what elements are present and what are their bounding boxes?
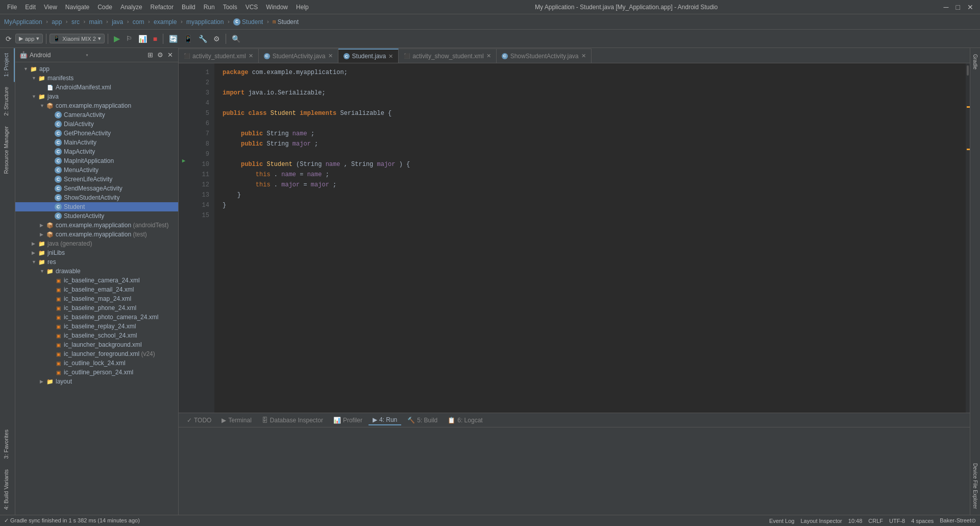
debug-button[interactable]: ⚐ [124,33,135,44]
bottom-tab-terminal[interactable]: ▶ Terminal [217,416,255,425]
tab-structure[interactable]: 2: Structure [0,82,15,121]
tree-item-drawable-launcherbg[interactable]: ▣ ic_launcher_background.xml [15,340,178,349]
tab-build-variants[interactable]: 4: Build Variants [0,464,15,515]
settings-button[interactable]: ⚙ [211,33,223,44]
tree-item-drawable-camera[interactable]: ▣ ic_baseline_camera_24.xml [15,276,178,285]
tree-item-getphoneactivity[interactable]: C GetPhoneActivity [15,129,178,138]
tree-item-drawable-replay[interactable]: ▣ ic_baseline_replay_24.xml [15,322,178,331]
tree-item-cameraactivity[interactable]: C CameraActivity [15,110,178,119]
tab-activity-show-student-xml[interactable]: ⬛ activity_show_student.xml ✕ [399,49,496,63]
charset-display[interactable]: UTF-8 [889,518,905,524]
event-log-button[interactable]: Event Log [769,518,795,524]
tab-close-2[interactable]: ✕ [328,53,333,59]
close-panel-btn[interactable]: ✕ [166,50,174,60]
tab-resource-manager[interactable]: Resource Manager [0,121,15,179]
bottom-tab-todo[interactable]: ✓ TODO [183,416,215,425]
hide-panel-btn[interactable]: ⊞ [146,50,154,60]
breadcrumb-myapplication2[interactable]: myapplication [186,18,224,26]
code-content[interactable]: package com.example.myapplication; impor… [214,63,966,413]
tree-item-dialactivity[interactable]: C DialActivity [15,119,178,129]
menu-analyze[interactable]: Analyze [117,3,145,12]
profile-button[interactable]: 📊 [136,33,150,44]
tree-item-showstudentactivity[interactable]: C ShowStudentActivity [15,193,178,202]
sync-project-button[interactable]: 🔄 [166,33,180,44]
bottom-tab-build[interactable]: 🔨 5: Build [403,416,442,425]
close-button[interactable]: ✕ [965,2,976,13]
tree-item-mapinitapplication[interactable]: C MapInitApplication [15,156,178,165]
breadcrumb-student-method[interactable]: Student [278,18,299,26]
breadcrumb-main[interactable]: main [89,18,103,26]
gutter-10[interactable]: ▶ [179,155,189,165]
tab-activity-student-xml[interactable]: ⬛ activity_student.xml ✕ [179,49,259,63]
menu-vcs[interactable]: VCS [242,3,261,12]
tree-item-package-main[interactable]: ▼ 📦 com.example.myapplication [15,101,178,110]
menu-navigate[interactable]: Navigate [62,3,92,12]
tree-item-manifests[interactable]: ▼ 📁 manifests [15,74,178,83]
tree-item-res[interactable]: ▼ 📁 res [15,257,178,267]
bottom-tab-database[interactable]: 🗄 Database Inspector [258,416,327,425]
tree-item-package-test[interactable]: ▶ 📦 com.example.myapplication (test) [15,230,178,239]
tree-item-java-generated[interactable]: ▶ 📁 java (generated) [15,239,178,248]
breadcrumb-com[interactable]: com [133,18,144,26]
menu-code[interactable]: Code [94,3,115,12]
tree-item-drawable-email[interactable]: ▣ ic_baseline_email_24.xml [15,285,178,294]
tree-item-mapactivity[interactable]: C MapActivity [15,147,178,156]
sdk-manager-button[interactable]: 🔧 [196,33,210,44]
tab-close-1[interactable]: ✕ [249,53,253,59]
menu-help[interactable]: Help [293,3,312,12]
minimize-button[interactable]: ─ [941,2,951,13]
git-branch-display[interactable]: Baker-Street⊙ [940,517,976,524]
tree-item-drawable-lock[interactable]: ▣ ic_outline_lock_24.xml [15,358,178,368]
breadcrumb-src[interactable]: src [71,18,80,26]
tree-item-drawable-phone[interactable]: ▣ ic_baseline_phone_24.xml [15,303,178,313]
menu-view[interactable]: View [41,3,60,12]
editor-scrollbar[interactable] [966,63,970,413]
tree-item-drawable-photocamera[interactable]: ▣ ic_baseline_photo_camera_24.xml [15,313,178,322]
menu-refactor[interactable]: Refactor [148,3,177,12]
menu-window[interactable]: Window [263,3,291,12]
line-ending-display[interactable]: CRLF [868,518,883,524]
menu-file[interactable]: File [4,3,20,12]
settings-panel-btn[interactable]: ⚙ [156,50,164,60]
tree-item-mainactivity[interactable]: C MainActivity [15,138,178,147]
tab-favorites[interactable]: 3: Favorites [0,424,15,464]
search-everywhere-button[interactable]: 🔍 [229,33,243,44]
tree-item-package-androidtest[interactable]: ▶ 📦 com.example.myapplication (androidTe… [15,221,178,230]
stop-button[interactable]: ■ [151,33,160,44]
layout-inspector-button[interactable]: Layout Inspector [800,518,842,524]
tree-item-layout[interactable]: ▶ 📁 layout [15,377,178,386]
menu-run[interactable]: Run [201,3,218,12]
sync-button[interactable]: ⟳ [3,33,14,44]
tree-item-screenlifeactivity[interactable]: C ScreenLifeActivity [15,175,178,184]
tree-item-sendmessageactivity[interactable]: C SendMessageActivity [15,184,178,193]
tab-studentactivity-java[interactable]: C StudentActivity.java ✕ [259,49,338,63]
run-gutter-icon-10[interactable]: ▶ [182,157,186,164]
tree-item-student[interactable]: C Student [15,202,178,211]
tree-item-jnilibs[interactable]: ▶ 📁 jniLibs [15,248,178,257]
tab-close-3[interactable]: ✕ [388,53,393,60]
right-tab-device-file-explorer[interactable]: Device File Explorer [971,459,979,513]
breadcrumb-app[interactable]: app [52,18,62,26]
right-tab-gradle[interactable]: Gradle [971,50,979,74]
breadcrumb-myapplication[interactable]: MyApplication [4,18,42,26]
tab-project[interactable]: 1: Project [0,48,15,82]
breadcrumb-student-class[interactable]: Student [242,18,263,26]
bottom-tab-logcat[interactable]: 📋 6: Logcat [444,416,486,425]
maximize-button[interactable]: □ [953,2,963,13]
tree-item-drawable-school[interactable]: ▣ ic_baseline_school_24.xml [15,331,178,340]
tab-close-4[interactable]: ✕ [486,53,491,59]
bottom-tab-profiler[interactable]: 📊 Profiler [329,416,366,425]
tree-item-menuactivity[interactable]: C MenuActivity [15,165,178,175]
app-dropdown[interactable]: ▶app▾ [15,34,43,43]
tab-showstudentactivity-java[interactable]: C ShowStudentActivity.java ✕ [497,49,592,63]
menu-tools[interactable]: Tools [220,3,240,12]
breadcrumb-example[interactable]: example [154,18,177,26]
tree-item-androidmanifest[interactable]: 📄 AndroidManifest.xml [15,83,178,92]
breadcrumb-java[interactable]: java [112,18,123,26]
tree-item-drawable-map[interactable]: ▣ ic_baseline_map_24.xml [15,294,178,303]
tree-item-drawable-launcherfg[interactable]: ▣ ic_launcher_foreground.xml (v24) [15,349,178,358]
tab-student-java[interactable]: C Student.java ✕ [338,49,399,63]
run-button[interactable]: ▶ [111,32,122,45]
menu-build[interactable]: Build [179,3,199,12]
tree-item-app[interactable]: ▼ 📁 app [15,64,178,74]
